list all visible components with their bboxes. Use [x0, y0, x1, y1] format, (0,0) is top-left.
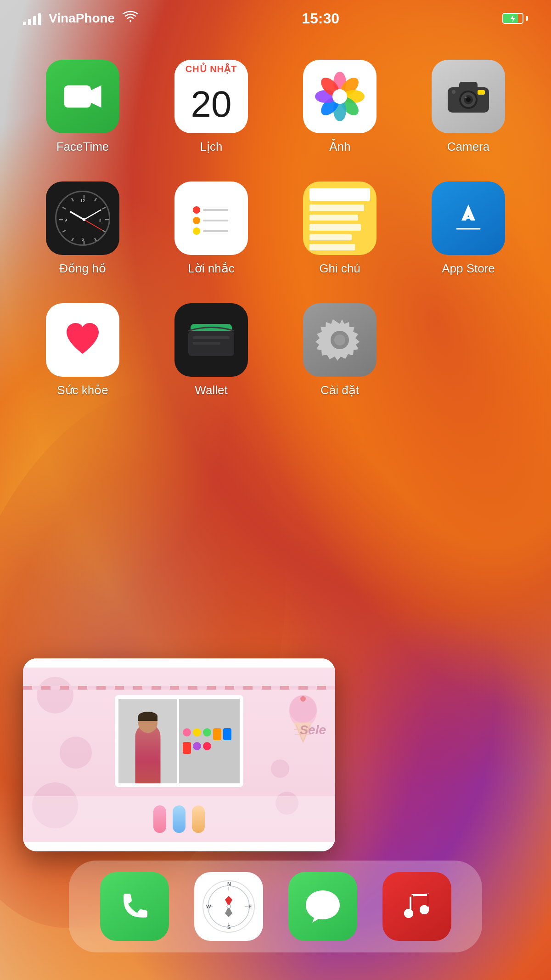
camera-icon	[432, 60, 505, 133]
dock-safari[interactable]: N S E W	[194, 872, 263, 941]
battery-icon	[502, 13, 523, 24]
phone-icon	[100, 872, 169, 941]
svg-rect-12	[459, 82, 478, 91]
battery-container	[502, 13, 528, 24]
svg-point-10	[332, 89, 347, 104]
app-health[interactable]: Sức khỏe	[28, 303, 138, 397]
svg-text:6: 6	[81, 237, 84, 242]
app-switcher[interactable]: Sele	[23, 658, 335, 851]
svg-point-56	[334, 334, 345, 346]
dock-messages[interactable]	[288, 872, 357, 941]
settings-label: Cài đặt	[320, 383, 359, 397]
svg-line-22	[102, 207, 106, 209]
svg-point-83	[420, 905, 429, 914]
clock-icon: 12 3 6 9	[46, 181, 119, 255]
svg-text:W: W	[206, 904, 211, 909]
facetime-label: FaceTime	[56, 140, 109, 154]
svg-point-43	[193, 217, 200, 224]
app-facetime[interactable]: FaceTime	[28, 60, 138, 154]
store-booth: Sele	[23, 668, 335, 842]
safari-icon: N S E W	[194, 872, 263, 941]
appstore-icon	[432, 181, 505, 255]
app-calendar[interactable]: CHỦ NHẬT 20 Lịch	[156, 60, 266, 154]
svg-text:9: 9	[64, 218, 67, 222]
app-camera[interactable]: Camera	[413, 60, 523, 154]
app-reminders[interactable]: Lời nhắc	[156, 181, 266, 276]
svg-line-24	[102, 230, 106, 232]
signal-strength-icon	[23, 11, 41, 25]
status-right	[502, 13, 528, 24]
switcher-preview: Sele	[23, 668, 335, 842]
svg-rect-77	[411, 894, 429, 896]
app-notes[interactable]: Ghi chú	[285, 181, 395, 276]
svg-point-39	[83, 218, 85, 221]
store-window	[115, 695, 243, 787]
svg-line-30	[62, 207, 66, 209]
battery-tip	[526, 16, 528, 21]
svg-text:E: E	[248, 904, 252, 909]
settings-icon	[303, 303, 377, 377]
svg-rect-0	[64, 85, 91, 108]
svg-rect-54	[193, 342, 220, 345]
svg-rect-81	[427, 893, 429, 907]
switcher-header	[23, 658, 335, 668]
app-photos[interactable]: Ảnh	[285, 60, 395, 154]
app-grid: FaceTime CHỦ NHẬT 20 Lịch	[0, 46, 551, 411]
facetime-icon	[46, 60, 119, 133]
reminders-label: Lời nhắc	[188, 261, 234, 276]
svg-line-36	[71, 212, 84, 220]
photos-icon	[303, 60, 377, 133]
dock-phone[interactable]	[100, 872, 169, 941]
status-left: VinaPhone	[23, 11, 139, 27]
music-icon	[382, 872, 451, 941]
clock-label: Đồng hồ	[59, 261, 106, 276]
app-settings[interactable]: Cài đặt	[285, 303, 395, 397]
svg-text:3: 3	[99, 218, 101, 222]
svg-text:12: 12	[80, 198, 85, 203]
svg-point-16	[466, 97, 471, 102]
health-icon	[46, 303, 119, 377]
app-wallet[interactable]: Wallet	[156, 303, 266, 397]
app-clock[interactable]: 12 3 6 9 Đồng hồ	[28, 181, 138, 276]
svg-line-21	[95, 198, 96, 201]
calendar-label: Lịch	[200, 140, 223, 154]
svg-point-72	[227, 905, 231, 908]
svg-rect-40	[184, 191, 239, 246]
svg-line-37	[84, 210, 101, 220]
svg-rect-80	[411, 895, 413, 912]
photos-label: Ảnh	[329, 140, 351, 154]
health-label: Sức khỏe	[57, 383, 108, 397]
svg-line-31	[72, 198, 73, 201]
svg-line-25	[95, 238, 96, 241]
svg-line-28	[62, 230, 66, 232]
svg-rect-18	[478, 90, 485, 95]
svg-marker-1	[91, 85, 101, 108]
camera-label: Camera	[447, 140, 489, 154]
appstore-label: App Store	[442, 261, 495, 276]
app-appstore[interactable]: App Store	[413, 181, 523, 276]
status-bar: VinaPhone 15:30	[0, 0, 551, 37]
carrier-label: VinaPhone	[49, 11, 115, 26]
calendar-day-name: CHỦ NHẬT	[174, 60, 248, 75]
reminders-icon	[174, 181, 248, 255]
svg-point-17	[465, 96, 467, 98]
svg-point-62	[300, 696, 306, 702]
svg-text:N: N	[227, 881, 231, 887]
svg-point-82	[404, 909, 413, 918]
svg-point-41	[193, 206, 200, 214]
calendar-icon: CHỦ NHẬT 20	[174, 60, 248, 133]
blob4	[321, 612, 551, 888]
svg-point-19	[452, 90, 455, 94]
svg-line-27	[72, 238, 73, 241]
dock-music[interactable]	[382, 872, 451, 941]
wifi-icon	[122, 11, 139, 27]
wallet-label: Wallet	[195, 383, 227, 397]
svg-point-45	[193, 227, 200, 235]
dock: N S E W	[69, 861, 482, 952]
svg-rect-53	[193, 336, 230, 339]
time-display: 15:30	[302, 10, 339, 27]
svg-text:S: S	[227, 924, 231, 930]
wallet-icon	[174, 303, 248, 377]
calendar-date: 20	[174, 75, 248, 133]
notes-icon	[303, 181, 377, 255]
